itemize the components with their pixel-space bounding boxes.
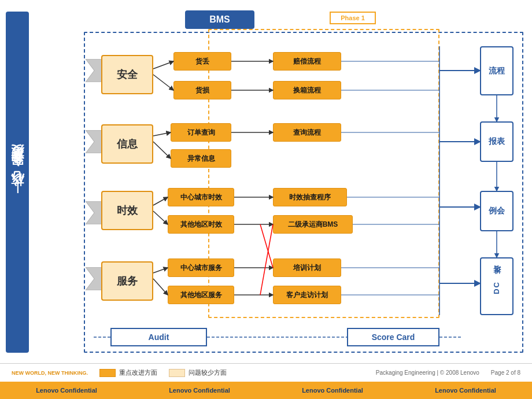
scorecard-label: Score Card bbox=[372, 332, 415, 342]
legend-light-box bbox=[169, 369, 185, 377]
box-dingdan: 订单查询 bbox=[171, 123, 231, 142]
svg-line-4 bbox=[153, 61, 173, 69]
footer-item-3: Lenovo Confidential bbox=[302, 387, 363, 394]
svg-line-5 bbox=[153, 75, 173, 90]
box-qita-fuwu: 其他地区服务 bbox=[168, 286, 234, 304]
box-zhongxin-shixiao: 中心城市时效 bbox=[168, 188, 234, 206]
legend-orange-box bbox=[99, 369, 116, 377]
svg-line-7 bbox=[153, 142, 171, 158]
flow-baobiao: 报表 bbox=[480, 121, 513, 162]
phase1-text: Phase 1 bbox=[341, 14, 365, 21]
box-huosun: 货损 bbox=[173, 81, 231, 99]
box-kehu: 客户走访计划 bbox=[273, 286, 341, 304]
category-xinxi: 信息 bbox=[101, 124, 153, 164]
box-peichang: 赔偿流程 bbox=[273, 52, 341, 71]
box-shixiao-chachaquer: 时效抽查程序 bbox=[273, 188, 347, 206]
flow-lihui: 例会 bbox=[480, 191, 513, 231]
legend-light: 问题较少方面 bbox=[169, 368, 227, 377]
svg-line-8 bbox=[153, 197, 168, 205]
flow-liucheng: 流程 bbox=[480, 46, 513, 95]
box-chaxun: 查询流程 bbox=[273, 123, 341, 142]
box-erjicheng: 二级承运商BMS bbox=[273, 215, 353, 234]
box-huanxiang: 换箱流程 bbox=[273, 81, 341, 99]
scorecard-box: Score Card bbox=[347, 328, 439, 346]
legend-bar: NEW WORLD, NEW THINKING. 重点改进方面 问题较少方面 P… bbox=[0, 363, 532, 382]
footer-item-4: Lenovo Confidential bbox=[435, 387, 496, 394]
footer-item-2: Lenovo Confidential bbox=[169, 387, 230, 394]
footer-item-1: Lenovo Confidential bbox=[36, 387, 97, 394]
category-shixiao: 时效 bbox=[101, 191, 153, 230]
category-anquan: 安全 bbox=[101, 55, 153, 94]
legend-page-num: Page 2 of 8 bbox=[491, 370, 520, 376]
box-huodiu: 货丢 bbox=[173, 52, 231, 71]
logo-text: NEW WORLD, NEW THINKING. bbox=[12, 370, 88, 376]
svg-line-11 bbox=[153, 279, 168, 295]
left-title-text: 核心—客户满意度 bbox=[9, 167, 26, 198]
category-fuwu: 服务 bbox=[101, 261, 153, 301]
svg-line-31 bbox=[260, 224, 273, 268]
legend-light-label: 问题较少方面 bbox=[189, 368, 227, 377]
connections-svg bbox=[0, 0, 532, 363]
audit-box: Audit bbox=[110, 328, 207, 346]
svg-line-10 bbox=[153, 268, 168, 273]
svg-line-32 bbox=[260, 224, 273, 295]
box-zhongxin-fuwu: 中心城市服务 bbox=[168, 258, 234, 277]
svg-line-6 bbox=[153, 132, 171, 136]
audit-label: Audit bbox=[149, 332, 169, 342]
box-qita-shixiao: 其他地区时效 bbox=[168, 215, 234, 234]
box-peixun: 培训计划 bbox=[273, 258, 341, 277]
left-title-block: 核心—客户满意度 bbox=[6, 12, 29, 353]
footer-bar: Lenovo Confidential Lenovo Confidential … bbox=[0, 382, 532, 399]
bms-title: BMS bbox=[209, 14, 230, 25]
legend-orange: 重点改进方面 bbox=[99, 368, 157, 377]
legend-orange-label: 重点改进方面 bbox=[119, 368, 157, 377]
phase1-label: Phase 1 bbox=[330, 12, 376, 24]
box-yichang: 异常信息 bbox=[171, 149, 231, 168]
legend-center-text: Packaging Engineering | © 2008 Lenovo bbox=[376, 370, 479, 376]
svg-line-9 bbox=[153, 211, 168, 224]
bms-header: BMS bbox=[185, 10, 254, 29]
flow-dcpaiming: DC排名 bbox=[480, 257, 513, 315]
